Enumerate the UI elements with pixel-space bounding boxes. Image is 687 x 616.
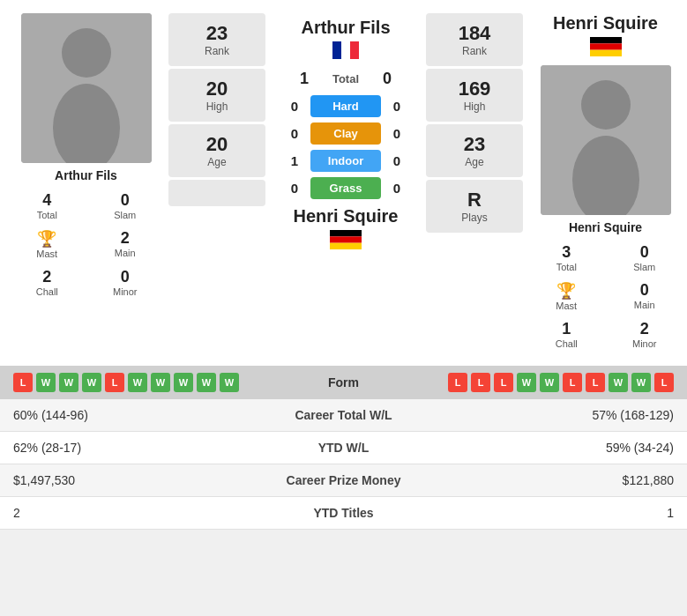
stats-row: 62% (28-17)YTD W/L59% (34-24) xyxy=(0,432,687,464)
player2-age-label: Age xyxy=(444,156,505,168)
form-section: LWWWLWWWWW Form LLLWWLLWWL xyxy=(0,366,687,399)
player1-age-label: Age xyxy=(186,156,248,168)
svg-rect-8 xyxy=(330,243,362,249)
player1-high-value: 20 xyxy=(186,78,248,100)
grass-p1-score: 0 xyxy=(287,181,302,196)
player1-total-cell: 4 Total xyxy=(9,188,86,224)
form-badge: L xyxy=(13,373,33,392)
player2-chall-cell: 1 Chall xyxy=(528,316,605,353)
stats-left-value: $1,497,530 xyxy=(13,473,256,487)
player2-form: LLLWWLLWWL xyxy=(402,373,675,392)
player2-main-value: 0 xyxy=(640,281,649,300)
players-section: Arthur Fils 4 Total 0 Slam 🏆 Mast 2 Main xyxy=(0,0,687,366)
svg-rect-6 xyxy=(330,230,362,236)
player1-total-value: 4 xyxy=(42,191,51,210)
player1-minor-cell: 0 Minor xyxy=(87,264,164,301)
player2-high-value: 169 xyxy=(444,78,505,100)
player2-flag xyxy=(590,37,622,60)
stats-right-value: 57% (168-129) xyxy=(432,408,675,422)
stats-center-label: Career Total W/L xyxy=(256,408,432,422)
svg-rect-3 xyxy=(332,41,341,59)
surface-buttons: 0 Hard 0 0 Clay 0 1 Indoor 0 0 Grass xyxy=(271,95,421,199)
svg-point-1 xyxy=(62,28,111,78)
player2-minor-value: 2 xyxy=(640,320,649,338)
player2-main-label: Main xyxy=(634,300,655,310)
stats-center-label: Career Prize Money xyxy=(256,473,432,487)
player1-card: Arthur Fils 4 Total 0 Slam 🏆 Mast 2 Main xyxy=(9,13,163,301)
player2-minor-label: Minor xyxy=(632,338,657,349)
player1-slam-cell: 0 Slam xyxy=(87,188,164,224)
total-label: Total xyxy=(319,72,372,85)
form-badge: W xyxy=(609,373,628,392)
player1-slam-label: Slam xyxy=(114,210,136,220)
clay-p2-score: 0 xyxy=(390,126,404,141)
player2-main-cell: 0 Main xyxy=(607,278,683,315)
player1-wrapper: Arthur Fils 4 Total 0 Slam 🏆 Mast 2 Main xyxy=(9,13,163,353)
player2-rank-value: 184 xyxy=(444,22,505,45)
form-badge: W xyxy=(540,373,559,392)
player2-stats-grid: 3 Total 0 Slam 🏆 Mast 0 Main 1 Chall xyxy=(528,240,683,353)
player1-rank-value: 23 xyxy=(186,22,248,45)
player2-total-value: 3 xyxy=(562,243,571,262)
clay-button[interactable]: Clay xyxy=(310,122,381,145)
player2-plays-label: Plays xyxy=(444,212,505,224)
player1-plays-box xyxy=(168,180,265,206)
center-column: Arthur Fils 1 Total 0 0 Hard 0 xyxy=(271,13,421,353)
form-badge: W xyxy=(128,373,147,392)
form-badge: L xyxy=(494,373,513,392)
hard-row: 0 Hard 0 xyxy=(271,95,421,117)
form-badge: W xyxy=(220,373,239,392)
hard-button[interactable]: Hard xyxy=(310,95,381,117)
stats-table: 60% (144-96)Career Total W/L57% (168-129… xyxy=(0,399,687,530)
player2-card: Henri Squire 3 Total 0 Slam 🏆 Mast 0 Mai… xyxy=(528,65,683,353)
player2-age-value: 23 xyxy=(444,133,505,156)
indoor-p1-score: 1 xyxy=(287,153,302,168)
player2-chall-label: Chall xyxy=(556,338,578,349)
indoor-button[interactable]: Indoor xyxy=(310,150,381,172)
player1-high-label: High xyxy=(186,100,248,113)
player2-chall-value: 1 xyxy=(562,320,571,338)
player1-high-box: 20 High xyxy=(168,69,265,122)
stats-right-value: 59% (34-24) xyxy=(432,441,675,455)
player1-minor-value: 0 xyxy=(121,268,130,286)
stats-center-label: YTD W/L xyxy=(256,441,432,455)
player2-right-stats: 184 Rank 169 High 23 Age R Plays xyxy=(426,13,523,353)
form-badge: W xyxy=(197,373,216,392)
player1-name: Arthur Fils xyxy=(55,168,117,182)
player1-slam-value: 0 xyxy=(121,191,130,210)
player1-main-cell: 2 Main xyxy=(87,226,164,263)
form-badge: L xyxy=(563,373,582,392)
player1-flag xyxy=(332,41,359,63)
player2-trophy-icon: 🏆 xyxy=(556,281,576,301)
form-badge: W xyxy=(151,373,170,392)
stats-right-value: 1 xyxy=(432,506,675,520)
player2-high-label: High xyxy=(444,100,505,113)
player2-total-label: Total xyxy=(556,262,577,272)
svg-rect-5 xyxy=(350,41,359,59)
form-badge: W xyxy=(59,373,78,392)
form-badge: L xyxy=(448,373,467,392)
player2-rank-label: Rank xyxy=(444,45,505,57)
grass-row: 0 Grass 0 xyxy=(271,177,421,199)
stats-row: 2YTD Titles1 xyxy=(0,497,687,530)
svg-rect-9 xyxy=(590,37,622,43)
clay-p1-score: 0 xyxy=(287,126,302,141)
grass-button[interactable]: Grass xyxy=(310,177,381,199)
form-badge: W xyxy=(517,373,536,392)
svg-point-13 xyxy=(581,80,631,130)
player2-title-center: Henri Squire xyxy=(294,206,399,226)
form-label: Form xyxy=(291,375,397,390)
player1-age-box: 20 Age xyxy=(168,124,265,177)
stats-right-value: $121,880 xyxy=(432,473,675,487)
grass-p2-score: 0 xyxy=(390,181,404,196)
player2-mast-cell: 🏆 Mast xyxy=(528,278,605,315)
stats-row: $1,497,530Career Prize Money$121,880 xyxy=(0,464,687,497)
stats-center-label: YTD Titles xyxy=(256,506,432,520)
player1-rank-label: Rank xyxy=(186,45,248,57)
hard-p1-score: 0 xyxy=(287,99,302,114)
clay-row: 0 Clay 0 xyxy=(271,122,421,145)
player2-flag-center xyxy=(330,230,362,253)
player1-total-label: Total xyxy=(37,210,57,220)
player1-main-value: 2 xyxy=(121,229,130,248)
player2-wrapper: Henri Squire Henri Squire 3 Total 0 Slam xyxy=(528,13,683,353)
